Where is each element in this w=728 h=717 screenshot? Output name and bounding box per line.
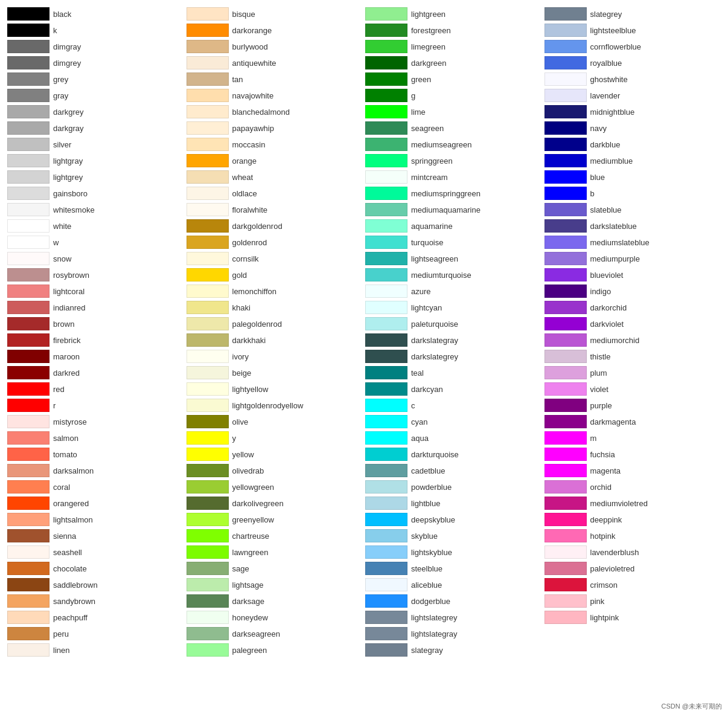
- color-swatch: [544, 562, 587, 575]
- color-name-label: aquamarine: [411, 222, 453, 231]
- color-item: aqua: [364, 430, 543, 446]
- color-name-label: palegreen: [232, 646, 267, 655]
- color-name-label: lightcoral: [53, 287, 85, 296]
- color-item: yellow: [185, 446, 365, 462]
- color-name-label: navajowhite: [232, 91, 274, 100]
- color-swatch: [365, 7, 407, 21]
- color-swatch: [365, 480, 407, 494]
- color-item: mediumorchid: [543, 332, 723, 348]
- color-swatch: [365, 105, 407, 118]
- color-name-label: purple: [590, 401, 612, 410]
- color-name-label: darkmagenta: [590, 417, 636, 426]
- color-name-label: lightyellow: [232, 385, 269, 394]
- color-name-label: tan: [232, 75, 243, 84]
- color-swatch: [544, 268, 587, 281]
- color-item: burlywood: [185, 39, 365, 54]
- color-item: g: [364, 88, 543, 103]
- color-swatch: [365, 170, 407, 184]
- color-name-label: grey: [53, 75, 68, 84]
- color-name-label: moccasin: [232, 140, 266, 149]
- color-item: orangered: [6, 495, 185, 511]
- color-item: salmon: [6, 430, 185, 446]
- color-item: darkgreen: [364, 55, 543, 71]
- color-swatch: [187, 138, 229, 151]
- color-name-label: darkorange: [232, 26, 272, 35]
- color-name-label: skyblue: [411, 532, 438, 541]
- color-swatch: [7, 513, 49, 526]
- color-swatch: [7, 431, 49, 445]
- color-swatch: [365, 252, 407, 265]
- color-name-label: white: [53, 222, 71, 231]
- color-item: dimgrey: [6, 55, 185, 71]
- color-swatch: [7, 480, 49, 494]
- color-item: sage: [185, 561, 365, 576]
- color-item: lightgoldenrodyellow: [185, 397, 365, 413]
- color-name-label: darkred: [53, 368, 80, 378]
- color-name-label: mediumpurple: [590, 254, 640, 263]
- color-item: lavender: [543, 88, 723, 103]
- color-swatch: [187, 627, 229, 640]
- color-name-label: antiquewhite: [232, 59, 276, 68]
- color-swatch: [187, 480, 229, 494]
- color-name-label: snow: [53, 254, 71, 263]
- color-item: slategrey: [543, 6, 723, 22]
- color-name-label: cyan: [411, 417, 427, 426]
- color-name-label: orange: [232, 156, 257, 166]
- color-name-label: lightpink: [590, 613, 619, 622]
- color-name-label: slategray: [411, 646, 443, 655]
- color-name-label: cadetblue: [411, 466, 445, 475]
- color-swatch: [7, 203, 49, 216]
- watermark: CSDN @未来可期的: [662, 702, 722, 711]
- color-item: brown: [6, 316, 185, 332]
- color-name-label: c: [411, 401, 415, 410]
- color-column-1: bisquedarkorangeburlywoodantiquewhitetan…: [185, 6, 365, 658]
- color-swatch: [365, 154, 407, 167]
- color-swatch: [7, 24, 49, 37]
- color-item: darkmagenta: [543, 414, 723, 429]
- color-swatch: [365, 545, 407, 559]
- color-item: lightseagreen: [364, 251, 543, 266]
- color-name-label: olivedrab: [232, 466, 264, 475]
- color-swatch: [187, 562, 229, 575]
- color-item: slategray: [364, 642, 543, 658]
- color-name-label: darkviolet: [590, 320, 624, 329]
- color-name-label: slateblue: [590, 205, 622, 214]
- color-name-label: azure: [411, 287, 431, 296]
- color-name-label: mintcream: [411, 173, 448, 182]
- color-name-label: lavender: [590, 91, 621, 100]
- color-item: hotpink: [543, 528, 723, 544]
- color-item: lightgreen: [364, 6, 543, 22]
- color-name-label: darkslategray: [411, 336, 458, 345]
- color-item: maroon: [6, 349, 185, 364]
- color-swatch: [365, 219, 407, 233]
- color-item: limegreen: [364, 39, 543, 54]
- color-item: b: [543, 185, 723, 201]
- color-item: springgreen: [364, 153, 543, 169]
- color-item: pink: [543, 593, 723, 609]
- color-item: mediumblue: [543, 153, 723, 169]
- color-item: khaki: [185, 300, 365, 315]
- color-swatch: [544, 7, 587, 21]
- color-item: rosybrown: [6, 267, 185, 283]
- color-name-label: darkslategrey: [411, 352, 458, 361]
- color-swatch: [365, 529, 407, 542]
- color-swatch: [7, 40, 49, 53]
- color-item: cyan: [364, 414, 543, 429]
- color-item: lime: [364, 104, 543, 120]
- color-swatch: [544, 366, 587, 379]
- color-name-label: thistle: [590, 352, 611, 361]
- color-item: olivedrab: [185, 463, 365, 478]
- color-name-label: violet: [590, 385, 608, 394]
- color-name-label: palegoldenrod: [232, 320, 282, 329]
- color-item: peachpuff: [6, 609, 185, 625]
- color-name-label: gold: [232, 271, 247, 280]
- color-swatch: [187, 399, 229, 412]
- color-swatch: [544, 545, 587, 559]
- color-swatch: [544, 236, 587, 249]
- color-item: darkslategray: [364, 332, 543, 348]
- color-swatch: [365, 317, 407, 330]
- color-name-label: b: [590, 189, 595, 198]
- color-swatch: [544, 399, 587, 412]
- color-name-label: darkgrey: [53, 108, 84, 117]
- color-item: darkseagreen: [185, 626, 365, 641]
